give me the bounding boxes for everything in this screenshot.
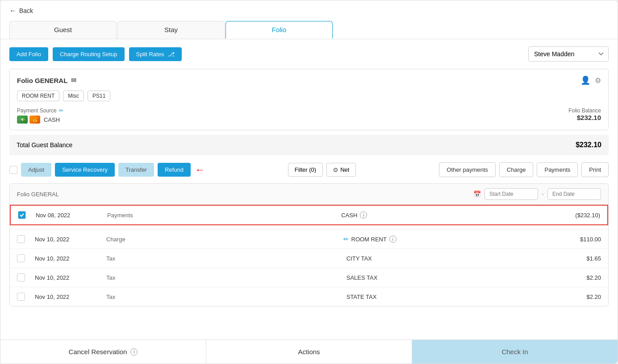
folio-footer: Payment Source ✏ 💵 💰 CASH Folio Balance … (17, 108, 601, 124)
row-checkbox-2[interactable] (17, 235, 25, 243)
folio-section: Folio GENERAL 📅 - Nov 08, 2022 Payments … (9, 183, 609, 306)
row-description-1: CASH i (341, 211, 575, 219)
guest-dropdown[interactable]: Steve Madden (528, 46, 609, 62)
charge-button[interactable]: Charge (499, 162, 534, 177)
transfer-button[interactable]: Transfer (118, 163, 154, 177)
table-row: Nov 10, 2022 Tax CITY TAX $1.65 (10, 249, 608, 268)
actions-button[interactable]: Actions (206, 340, 412, 364)
back-link[interactable]: ← Back (9, 7, 609, 15)
table-row: Nov 10, 2022 Tax STATE TAX $2.20 (10, 287, 608, 306)
row-description-2: ✏ ROOM RENT i (343, 236, 580, 243)
back-label: Back (19, 7, 33, 14)
back-arrow-icon: ← (9, 7, 17, 15)
email-icon: ✉ (71, 77, 76, 84)
tab-folio[interactable]: Folio (225, 21, 333, 39)
select-all-checkbox[interactable] (9, 166, 17, 174)
folio-icon-group: 👤 ⚙ (580, 75, 601, 85)
folio-title: Folio GENERAL ✉ (17, 77, 76, 84)
info-circle-icon: i (130, 348, 138, 356)
tabs-container: Guest Stay Folio (9, 21, 609, 39)
row-checkbox-5[interactable] (17, 293, 25, 301)
payment-icons: 💵 💰 CASH (17, 116, 63, 124)
red-arrow-indicator: ← (195, 164, 205, 176)
check-in-button[interactable]: Check In (412, 340, 618, 364)
other-payments-button[interactable]: Other payments (439, 162, 496, 177)
print-button[interactable]: Print (581, 162, 609, 177)
start-date-input[interactable] (484, 188, 538, 200)
refund-button[interactable]: Refund (158, 163, 191, 177)
payment-source: Payment Source ✏ 💵 💰 CASH (17, 108, 63, 124)
table-row: Nov 10, 2022 Charge ✏ ROOM RENT i $110.0… (10, 230, 608, 249)
adjust-button[interactable]: Adjust (21, 163, 51, 177)
row-description-5: STATE TAX (347, 294, 587, 300)
service-recovery-button[interactable]: Service Recovery (55, 163, 115, 177)
row-checkbox-4[interactable] (17, 273, 25, 281)
folio-section-header: Folio GENERAL 📅 - (10, 184, 608, 205)
row-description-3: CITY TAX (347, 255, 587, 262)
info-icon-2: i (389, 236, 397, 243)
table-row: Nov 10, 2022 Tax SALES TAX $2.20 (10, 268, 608, 287)
tag-room-rent[interactable]: ROOM RENT (17, 91, 59, 101)
payments-button[interactable]: Payments (537, 162, 578, 177)
cancel-reservation-button[interactable]: Cancel Reservation i (0, 340, 206, 364)
folio-card: Folio GENERAL ✉ 👤 ⚙ ROOM RENT Misc PS11 … (9, 69, 609, 130)
bottom-bar: Cancel Reservation i Actions Check In (0, 339, 618, 364)
split-rates-button[interactable]: Split Rates ⎇ (129, 47, 182, 61)
end-date-input[interactable] (547, 188, 601, 200)
table-row: Nov 08, 2022 Payments CASH i ($232.10) (10, 205, 608, 225)
folio-balance: Folio Balance $232.10 (568, 108, 601, 121)
edit-icon-2[interactable]: ✏ (343, 236, 349, 243)
filter-button[interactable]: Filter (0) (288, 163, 323, 177)
charge-routing-button[interactable]: Charge Routing Setup (53, 47, 125, 61)
share-icon: ⎇ (168, 51, 175, 58)
main-window: ← Back Guest Stay Folio Add Folio Charge… (0, 0, 618, 364)
date-range: 📅 - (473, 188, 601, 200)
tag-ps11[interactable]: PS11 (88, 91, 110, 101)
net-circle-icon: ⊙ (333, 166, 338, 173)
info-icon-1: i (360, 211, 367, 219)
edit-payment-icon[interactable]: ✏ (59, 108, 63, 114)
row-checkbox-1[interactable] (18, 211, 26, 219)
net-button[interactable]: ⊙ Net (326, 163, 356, 177)
toolbar: Add Folio Charge Routing Setup Split Rat… (9, 46, 609, 62)
folio-card-header: Folio GENERAL ✉ 👤 ⚙ (17, 75, 601, 85)
guest-dropdown-container: Steve Madden (528, 46, 609, 62)
content-area: Add Folio Charge Routing Setup Split Rat… (0, 39, 618, 339)
cash-icon-2: 💰 (29, 116, 40, 124)
date-separator: - (542, 190, 544, 198)
row-checkbox-3[interactable] (17, 254, 25, 262)
cash-icon-1: 💵 (17, 116, 28, 124)
tab-stay[interactable]: Stay (117, 21, 225, 39)
top-bar: ← Back Guest Stay Folio (0, 0, 618, 39)
calendar-icon: 📅 (473, 190, 481, 198)
person-icon: 👤 (580, 75, 590, 85)
total-balance-row: Total Guest Balance $232.10 (9, 135, 609, 155)
folio-tags: ROOM RENT Misc PS11 (17, 91, 601, 101)
tag-misc[interactable]: Misc (63, 91, 84, 101)
tab-guest[interactable]: Guest (9, 21, 117, 39)
row-description-4: SALES TAX (347, 274, 587, 281)
add-folio-button[interactable]: Add Folio (9, 47, 48, 61)
action-bar: Adjust Service Recovery Transfer Refund … (9, 162, 609, 177)
settings-icon-button[interactable]: ⚙ (595, 76, 601, 85)
